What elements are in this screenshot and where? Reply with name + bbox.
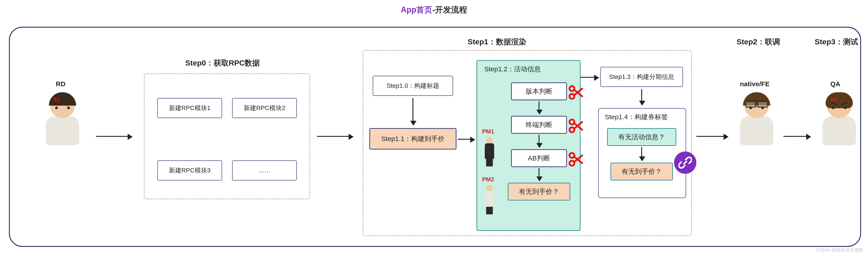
- step0-module-2: 新建RPC模块2: [232, 98, 297, 118]
- watermark: CSDN @转转技术团队: [816, 247, 864, 253]
- title-suffix: -开发流程: [432, 5, 467, 14]
- role-qa-avatar: [819, 94, 859, 151]
- step1-2-n2: 终端判断: [511, 116, 567, 134]
- scissors-icon-1: [568, 85, 584, 100]
- step1-4-title: Step1.4：构建券标签: [605, 112, 668, 122]
- arrow-s12-n1-n2: [538, 101, 539, 114]
- step1-2-n4: 有无到手价？: [508, 183, 570, 201]
- step1-0-box: Step1.0：构建标题: [373, 76, 453, 96]
- pm2-label: PM2: [482, 176, 494, 183]
- arrow-step0-to-step1: [317, 136, 353, 137]
- role-fe-label: native/FE: [740, 80, 770, 88]
- arrow-s14-q1-q2: [641, 147, 642, 160]
- arrow-s12-to-s13: [580, 77, 598, 78]
- arrow-s12-n3-n4: [538, 168, 539, 180]
- step1-2-n1: 版本判断: [511, 82, 567, 100]
- diagram-title: App首页-开发流程: [0, 4, 868, 15]
- step1-4-q2: 有无到手价？: [611, 162, 673, 180]
- arrow-s11-to-s12: [458, 139, 474, 140]
- arrow-step1-to-step2: [696, 136, 727, 137]
- step1-3-box: Step1.3：构建分期信息: [600, 67, 683, 87]
- pm1-figure: [483, 137, 495, 168]
- role-fe-avatar: [737, 94, 777, 151]
- diagram-canvas: App首页-开发流程 RD Step0：获取RPC数据 新建RPC模块1 新建R…: [0, 0, 868, 254]
- scissors-icon-2: [568, 118, 584, 134]
- arrow-s12-n2-n3: [538, 135, 539, 147]
- step1-2-n3: AB判断: [511, 149, 567, 167]
- step1-title: Step1：数据渲染: [468, 37, 526, 47]
- role-rd-avatar: [42, 94, 83, 151]
- title-prefix: App首页: [401, 5, 433, 14]
- arrow-rd-to-step0: [96, 136, 132, 137]
- step0-module-4: ……: [232, 160, 297, 180]
- step0-title: Step0：获取RPC数据: [185, 58, 260, 68]
- role-qa-label: QA: [830, 80, 840, 88]
- arrow-s13-to-s14: [641, 89, 642, 105]
- arrow-s10-to-s11: [412, 98, 413, 125]
- step2-title: Step2：联调: [737, 37, 780, 47]
- step1-1-box: Step1.1：构建到手价: [369, 128, 457, 149]
- scissors-icon-3: [568, 151, 584, 167]
- step1-2-title: Step1.2：活动信息: [484, 65, 541, 74]
- pm1-label: PM1: [482, 128, 494, 135]
- role-rd-label: RD: [56, 80, 65, 88]
- step1-4-q1: 有无活动信息？: [607, 128, 676, 146]
- arrow-step2-to-step3: [783, 136, 810, 137]
- link-icon: [674, 151, 696, 174]
- step0-module-1: 新建RPC模块1: [157, 98, 222, 118]
- pm2-figure: [483, 185, 495, 216]
- step0-module-3: 新建RPC模块3: [157, 160, 222, 180]
- step3-title: Step3：测试: [815, 37, 858, 47]
